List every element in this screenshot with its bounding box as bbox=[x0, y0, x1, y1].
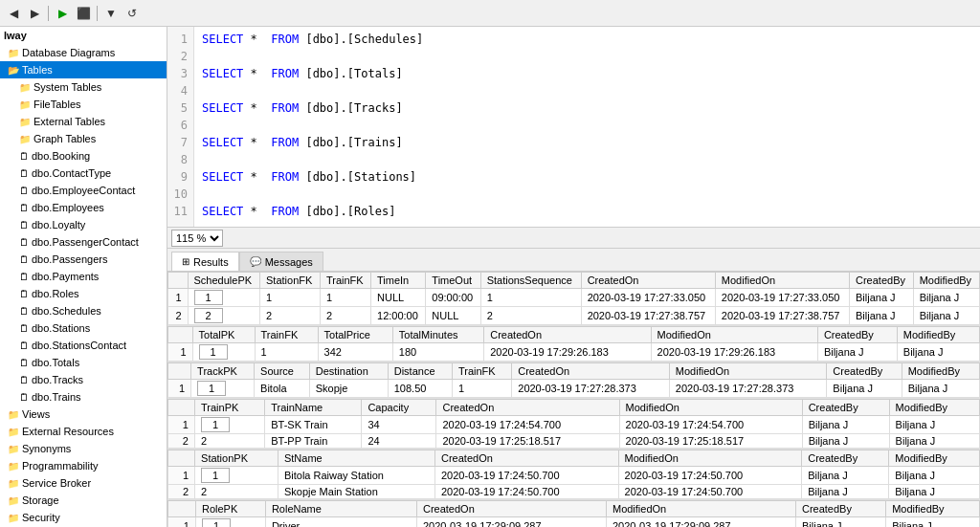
toolbar-stop-btn[interactable]: ⬛ bbox=[74, 4, 93, 23]
schedules-col-trainfk: TrainFK bbox=[320, 273, 370, 289]
sidebar-item-totals[interactable]: 🗒 dbo.Totals bbox=[0, 354, 167, 371]
sidebar-item-passengercontact[interactable]: 🗒 dbo.PassengerContact bbox=[0, 233, 167, 251]
results-icon: ⊞ bbox=[182, 256, 189, 267]
schedules-col-stationsseq: StationsSequence bbox=[480, 273, 581, 289]
sidebar: lway 📁 Database Diagrams 📂 Tables 📁 Syst… bbox=[0, 27, 167, 527]
zoom-bar: 115 % 100 % 125 % bbox=[167, 228, 980, 249]
totals-col-modifiedon: ModifiedOn bbox=[651, 327, 817, 343]
toolbar-sep-1 bbox=[48, 6, 49, 21]
totals-section: TotalPK TrainFK TotalPrice TotalMinutes … bbox=[167, 326, 980, 362]
stations-col-pk: StationPK bbox=[195, 450, 278, 467]
table-icon: 🗒 bbox=[19, 220, 29, 231]
sidebar-item-booking[interactable]: 🗒 dbo.Booking bbox=[0, 147, 167, 165]
table-row[interactable]: 1 1 1 342 180 2020-03-19 17:29:26.183 20… bbox=[168, 343, 980, 362]
table-icon: 🗒 bbox=[19, 168, 29, 179]
schedules-table: SchedulePK StationFK TrainFK TimeIn Time… bbox=[167, 272, 980, 325]
trains-section: TrainPK TrainName Capacity CreatedOn Mod… bbox=[167, 399, 980, 450]
folder-icon: 📁 bbox=[19, 82, 31, 93]
sidebar-item-external-resources[interactable]: 📁 External Resources bbox=[0, 423, 167, 440]
table-icon: 🗒 bbox=[19, 392, 29, 403]
table-row[interactable]: 2 2 BT-PP Train 24 2020-03-19 17:25:18.5… bbox=[168, 434, 980, 449]
trains-col-createdon: CreatedOn bbox=[436, 400, 619, 416]
folder-icon: 📁 bbox=[8, 513, 19, 523]
content-area: 1 2 3 4 5 6 7 8 9 10 11 SELECT * FROM [d… bbox=[167, 27, 980, 527]
sidebar-item-stationscontact[interactable]: 🗒 dbo.StationsContact bbox=[0, 337, 167, 354]
totals-col-modifiedby: ModifiedBy bbox=[897, 327, 979, 343]
table-row[interactable]: 1 1 BT-SK Train 34 2020-03-19 17:24:54.7… bbox=[168, 416, 980, 434]
folder-icon: 📁 bbox=[8, 495, 19, 506]
totals-col-createdby: CreatedBy bbox=[817, 327, 897, 343]
stations-col-rownum bbox=[168, 450, 195, 467]
sidebar-item-schedules[interactable]: 🗒 dbo.Schedules bbox=[0, 302, 167, 319]
folder-icon: 📁 bbox=[19, 117, 31, 127]
trains-col-trainname: TrainName bbox=[265, 400, 362, 416]
toolbar-back-btn[interactable]: ◀ bbox=[4, 4, 23, 23]
schedules-col-modifiedon: ModifiedOn bbox=[715, 273, 849, 289]
table-row[interactable]: 1 1 Driver 2020-03-19 17:29:09.287 2020-… bbox=[168, 517, 980, 528]
sidebar-item-roles[interactable]: 🗒 dbo.Roles bbox=[0, 285, 167, 302]
toolbar-forward-btn[interactable]: ▶ bbox=[25, 4, 44, 23]
sidebar-item-payments[interactable]: 🗒 dbo.Payments bbox=[0, 268, 167, 285]
tracks-col-distance: Distance bbox=[388, 363, 452, 380]
sidebar-item-contacttype[interactable]: 🗒 dbo.ContactType bbox=[0, 165, 167, 182]
sidebar-item-tracks[interactable]: 🗒 dbo.Tracks bbox=[0, 371, 167, 388]
sidebar-item-storage[interactable]: 📁 Storage bbox=[0, 492, 167, 509]
totals-col-createdon: CreatedOn bbox=[484, 327, 651, 343]
tracks-col-trainfk: TrainFK bbox=[452, 363, 511, 380]
results-area[interactable]: SchedulePK StationFK TrainFK TimeIn Time… bbox=[167, 272, 980, 527]
stations-col-stname: StName bbox=[278, 450, 434, 467]
sidebar-item-passengers[interactable]: 🗒 dbo.Passengers bbox=[0, 251, 167, 268]
table-row[interactable]: 2 2 Skopje Main Station 2020-03-19 17:24… bbox=[168, 485, 980, 499]
sidebar-item-tables[interactable]: 📂 Tables bbox=[0, 61, 167, 78]
sidebar-item-loyalty[interactable]: 🗒 dbo.Loyalty bbox=[0, 216, 167, 233]
sidebar-item-employeecontact[interactable]: 🗒 dbo.EmployeeContact bbox=[0, 182, 167, 199]
toolbar-filter-btn[interactable]: ▼ bbox=[101, 4, 121, 23]
table-row[interactable]: 1 1 1 1 NULL 09:00:00 1 2020-03-19 17:27… bbox=[168, 289, 980, 307]
totals-col-totalprice: TotalPrice bbox=[318, 327, 392, 343]
sidebar-item-employees[interactable]: 🗒 dbo.Employees bbox=[0, 199, 167, 216]
totals-col-trainfk: TrainFK bbox=[255, 327, 318, 343]
tracks-col-modifiedby: ModifiedBy bbox=[902, 363, 979, 380]
sidebar-item-system-tables[interactable]: 📁 System Tables bbox=[0, 78, 167, 96]
schedules-col-stationfk: StationFK bbox=[260, 273, 321, 289]
sidebar-item-database-diagrams[interactable]: 📁 Database Diagrams bbox=[0, 44, 167, 61]
table-row[interactable]: 2 2 2 2 12:00:00 NULL 2 2020-03-19 17:27… bbox=[168, 307, 980, 325]
trains-table: TrainPK TrainName Capacity CreatedOn Mod… bbox=[167, 399, 980, 449]
trains-col-createdby: CreatedBy bbox=[802, 400, 889, 416]
toolbar-refresh-btn[interactable]: ↺ bbox=[122, 4, 142, 23]
results-tabs: ⊞ Results 💬 Messages bbox=[167, 249, 980, 272]
sidebar-item-graph-tables[interactable]: 📁 Graph Tables bbox=[0, 130, 167, 147]
totals-col-totalminutes: TotalMinutes bbox=[392, 327, 483, 343]
tab-results[interactable]: ⊞ Results bbox=[171, 252, 239, 271]
schedules-section: SchedulePK StationFK TrainFK TimeIn Time… bbox=[167, 272, 980, 326]
roles-col-rownum bbox=[168, 501, 196, 517]
sidebar-item-file-tables[interactable]: 📁 FileTables bbox=[0, 96, 167, 113]
sidebar-item-service-broker[interactable]: 📁 Service Broker bbox=[0, 474, 167, 492]
folder-icon: 📁 bbox=[8, 427, 19, 437]
sidebar-item-stations[interactable]: 🗒 dbo.Stations bbox=[0, 319, 167, 337]
table-icon: 🗒 bbox=[19, 306, 29, 317]
tab-messages[interactable]: 💬 Messages bbox=[239, 252, 323, 271]
sidebar-item-synonyms[interactable]: 📁 Synonyms bbox=[0, 440, 167, 457]
table-row[interactable]: 1 1 Bitola Skopje 108.50 1 2020-03-19 17… bbox=[168, 380, 980, 398]
stations-section: StationPK StName CreatedOn ModifiedOn Cr… bbox=[167, 450, 980, 500]
table-icon: 🗒 bbox=[19, 358, 29, 368]
sidebar-item-security[interactable]: 📁 Security bbox=[0, 509, 167, 526]
zoom-select[interactable]: 115 % 100 % 125 % bbox=[171, 230, 223, 247]
folder-icon: 📁 bbox=[8, 461, 19, 472]
table-row[interactable]: 1 1 Bitola Raiway Station 2020-03-19 17:… bbox=[168, 467, 980, 485]
sql-editor-content[interactable]: SELECT * FROM [dbo].[Schedules] SELECT *… bbox=[194, 27, 980, 227]
schedules-col-createdon: CreatedOn bbox=[581, 273, 715, 289]
table-icon: 🗒 bbox=[19, 203, 29, 213]
schedules-col-rownum bbox=[168, 273, 189, 289]
totals-col-rownum bbox=[168, 327, 193, 343]
stations-col-modifiedon: ModifiedOn bbox=[618, 450, 802, 467]
sidebar-item-trains[interactable]: 🗒 dbo.Trains bbox=[0, 388, 167, 406]
sidebar-item-external-tables[interactable]: 📁 External Tables bbox=[0, 113, 167, 130]
sidebar-item-programmability[interactable]: 📁 Programmability bbox=[0, 457, 167, 474]
line-numbers: 1 2 3 4 5 6 7 8 9 10 11 bbox=[167, 27, 194, 227]
toolbar-sep-2 bbox=[97, 6, 98, 21]
toolbar-run-btn[interactable]: ▶ bbox=[53, 4, 72, 23]
sidebar-item-views[interactable]: 📁 Views bbox=[0, 406, 167, 423]
roles-col-rolename: RoleName bbox=[265, 501, 416, 517]
